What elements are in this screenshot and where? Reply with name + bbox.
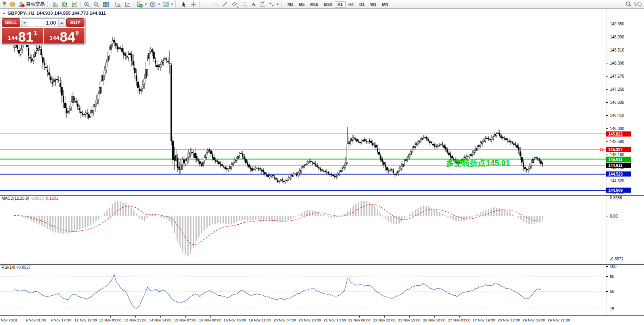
time-tick-label: 22 Nov 06:00 — [348, 318, 371, 322]
toolbar-grip[interactable] — [47, 1, 49, 7]
time-tick-label: 27 Nov 03:00 — [448, 318, 471, 322]
crosshair-icon[interactable] — [189, 0, 198, 8]
rsi-tick-label: 100 — [610, 264, 617, 269]
symbol-ohlc-line: ▲ GBPJPY-,H1 144.933 144.955 144.773 144… — [2, 11, 106, 15]
collapse-triangle-icon[interactable]: ▲ — [2, 11, 6, 15]
time-tick-label: 28 Nov 12:00 — [498, 318, 520, 322]
channel-tool-icon[interactable]: E — [230, 0, 239, 8]
search-icon[interactable] — [624, 0, 633, 8]
price-tick-label: 146.410 — [610, 113, 624, 118]
price-level-badge: 145.327 — [606, 147, 631, 152]
price-tick-label: 148.930 — [610, 35, 624, 39]
timeframe-h4[interactable]: H4 — [346, 1, 356, 8]
buy-price-box[interactable]: 144849 — [44, 28, 84, 44]
timeframe-m30[interactable]: M30 — [321, 1, 335, 8]
timeframe-m1[interactable]: M1 — [285, 1, 296, 8]
price-axis[interactable]: 149.350148.930148.510148.090147.670147.2… — [606, 9, 644, 315]
macd-label: MACD(12,26,9) -0.0938 -0.1201 — [2, 196, 58, 201]
template-button[interactable] — [161, 0, 174, 8]
rsi-pane-splitter[interactable] — [0, 263, 644, 265]
timeframe-h1[interactable]: H1 — [335, 1, 345, 8]
new-order-label[interactable]: 单 — [2, 1, 7, 8]
toolbar-grip[interactable] — [175, 1, 178, 7]
add-indicator-icon — [136, 1, 143, 8]
chat-icon[interactable] — [633, 0, 643, 8]
time-tick-label: 29 Nov 21:00 — [548, 318, 570, 322]
timeframe-m5[interactable]: M5 — [296, 1, 308, 8]
buy-button[interactable]: BUY — [66, 18, 84, 27]
time-tick-label: 23 Nov 15:00 — [398, 318, 421, 322]
autotrade-label: 自动交易 — [26, 1, 45, 8]
sell-price-box[interactable]: 144811 — [2, 28, 43, 44]
vertical-line-tool-icon[interactable] — [201, 0, 211, 8]
horizontal-line-tool-icon[interactable] — [211, 0, 220, 8]
dropdown-caret — [158, 4, 160, 5]
dropdown-caret — [145, 4, 147, 5]
time-tick-label: 12 Nov 12:00 — [75, 318, 97, 322]
add-indicator-button[interactable] — [135, 0, 148, 8]
indicator-window-alt-icon[interactable] — [123, 0, 132, 8]
cursor-icon[interactable] — [179, 0, 189, 8]
text-tool-icon[interactable]: A — [249, 0, 258, 8]
volume-value[interactable]: 1.00 — [28, 19, 58, 27]
macd-pane-splitter[interactable] — [0, 194, 644, 196]
tile-windows-icon[interactable] — [101, 0, 111, 8]
time-tick-label: 16 Nov 00:00 — [199, 318, 222, 322]
rsi-tick-label: 50 — [610, 289, 614, 294]
time-tick-label: 29 Nov 05:00 — [523, 318, 545, 322]
rsi-tick-label: 15 — [610, 307, 614, 311]
timeframe-m15[interactable]: M15 — [307, 1, 321, 8]
time-tick-label: 9 Nov 01:00 — [25, 318, 46, 322]
zoom-out-icon[interactable] — [92, 0, 101, 8]
price-tick-label: 149.350 — [610, 22, 624, 26]
time-tick-label: 13 Nov 21:00 — [124, 318, 147, 322]
chart-canvas[interactable] — [0, 9, 606, 325]
price-level-badge: 145.011 — [606, 157, 631, 162]
dropdown-caret — [276, 4, 279, 5]
price-tick-label: 145.580 — [610, 140, 624, 144]
timeframe-group: M1M5M15M30H1H4D1W1MN — [285, 1, 391, 8]
line-chart-type-icon[interactable] — [70, 0, 79, 8]
new-order-icon[interactable] — [8, 0, 17, 8]
price-tick-label: 148.510 — [610, 48, 624, 52]
price-tick-label: 147.670 — [610, 74, 624, 78]
price-tick-label: 148.090 — [610, 61, 624, 65]
indicator-window-icon[interactable] — [113, 0, 123, 8]
time-tick-label: 14 Nov 14:00 — [149, 318, 172, 322]
time-tick-label: 20 Nov 04:00 — [274, 318, 296, 322]
macd-tick-label: 0.00 — [610, 214, 617, 218]
price-level-badge: 144.009 — [606, 188, 631, 193]
volume-increase-button[interactable] — [58, 19, 65, 27]
candlestick-chart-type-icon[interactable] — [60, 0, 70, 8]
periodicity-button[interactable] — [148, 0, 161, 8]
channel-tool-label: E — [237, 6, 239, 8]
sell-button[interactable]: SELL — [2, 18, 20, 27]
toolbar-grip[interactable] — [281, 1, 283, 7]
zoom-in-icon[interactable] — [82, 0, 92, 8]
price-tick-label: 146.000 — [610, 126, 624, 131]
symbol-title: GBPJPY-,H1 — [8, 11, 34, 15]
price-tick-label: 147.250 — [610, 87, 624, 92]
time-tick-label: 26 Nov 10:00 — [423, 318, 446, 322]
text-label-tool-icon[interactable]: T — [258, 0, 268, 8]
one-click-trading-panel: SELL 1.00 BUY 144811 144849 — [1, 17, 86, 45]
autotrade-button[interactable]: 自动交易 — [17, 0, 46, 8]
price-tick-label: 144.320 — [610, 179, 624, 183]
volume-decrease-button[interactable] — [21, 19, 28, 27]
price-tick-label: 146.830 — [610, 100, 624, 105]
template-icon — [163, 1, 169, 8]
trendline-tool-icon[interactable] — [220, 0, 230, 8]
timeframe-d1[interactable]: D1 — [356, 1, 367, 8]
clock-icon — [150, 1, 156, 8]
rsi-label: RSI(14) 40.8827 — [2, 265, 31, 270]
timeframe-mn[interactable]: MN — [379, 1, 391, 8]
arrows-tool-button[interactable] — [268, 0, 280, 8]
bar-chart-type-icon[interactable] — [51, 0, 60, 8]
toolbar: 单 自动交易 — [0, 0, 644, 9]
time-tick-label: 13 Nov 05:00 — [99, 318, 122, 322]
timeframe-w1[interactable]: W1 — [367, 1, 379, 8]
fibonacci-tool-icon[interactable]: F — [239, 0, 249, 8]
time-tick-label: 9 Nov 17:00 — [50, 318, 71, 322]
time-axis[interactable]: Nov 20189 Nov 01:009 Nov 17:0012 Nov 12:… — [0, 315, 644, 325]
ohlc-values: 144.933 144.955 144.773 144.811 — [36, 11, 106, 15]
